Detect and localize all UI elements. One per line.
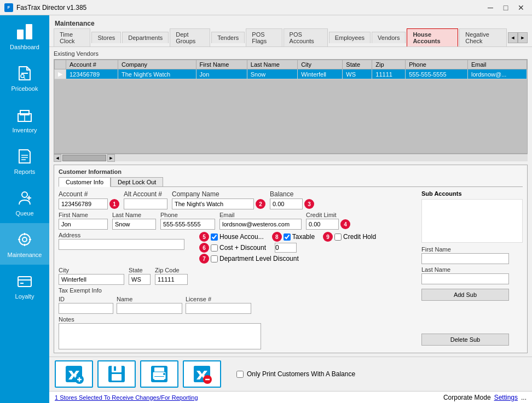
vendor-table-container[interactable]: Account # Company First Name Last Name C… <box>54 59 528 154</box>
tab-nav-right[interactable]: ► <box>518 32 528 43</box>
credit-limit-label: Credit Limit <box>306 212 350 218</box>
tab-negative-check[interactable]: Negative Check <box>459 28 507 46</box>
cost-discount-value-input[interactable] <box>275 243 297 253</box>
scroll-left-btn[interactable]: ◄ <box>54 154 61 162</box>
tax-id-input[interactable] <box>59 303 113 314</box>
tab-nav: ◄ ► <box>508 32 528 43</box>
tab-time-clock[interactable]: Time Clock <box>54 28 90 46</box>
add-icon <box>64 364 84 384</box>
tab-employees[interactable]: Employees <box>329 32 371 43</box>
sub-accounts-title: Sub Accounts <box>421 190 523 197</box>
tab-dept-groups[interactable]: Dept Groups <box>170 28 210 46</box>
company-name-group: Company Name 2 <box>172 190 265 209</box>
taxable-label: Taxable <box>292 233 315 241</box>
sub-tabs: Customer Info Dept Lock Out <box>59 177 523 187</box>
credit-limit-input[interactable] <box>306 219 339 230</box>
sidebar-item-dashboard[interactable]: Dashboard <box>0 15 49 57</box>
settings-link[interactable]: Settings <box>494 394 518 401</box>
balance-input[interactable] <box>270 198 303 209</box>
delete-button[interactable] <box>183 360 221 388</box>
tab-stores[interactable]: Stores <box>91 32 121 43</box>
house-account-label: House Accou... <box>219 233 264 241</box>
svg-point-36 <box>163 373 165 375</box>
svg-rect-28 <box>112 366 122 372</box>
license-num-input[interactable] <box>186 303 251 314</box>
sidebar-item-inventory[interactable]: Inventory <box>0 98 49 140</box>
sub-tab-dept-lock-out[interactable]: Dept Lock Out <box>111 177 163 186</box>
zip-code-input[interactable] <box>155 274 188 285</box>
sidebar-label-maintenance: Maintenance <box>8 252 42 258</box>
form-row-1: Account # 1 Alt Account # <box>59 190 417 209</box>
badge-2: 2 <box>256 199 265 209</box>
city-group: City <box>59 267 124 285</box>
svg-rect-1 <box>26 24 32 39</box>
credit-hold-checkbox[interactable] <box>334 233 342 241</box>
form-area: Account # 1 Alt Account # <box>59 190 523 349</box>
company-name-input[interactable] <box>172 198 254 209</box>
dept-level-discount-checkbox[interactable] <box>211 255 218 262</box>
phone-input[interactable] <box>160 219 215 230</box>
badge-1: 1 <box>109 199 119 209</box>
sidebar-item-queue[interactable]: Queue <box>0 182 49 223</box>
sub-tab-customer-info[interactable]: Customer Info <box>59 177 111 187</box>
close-button[interactable]: ✕ <box>514 3 528 13</box>
stores-link[interactable]: 1 Stores Selected To Receive Changes/For… <box>55 394 198 401</box>
tab-pos-accounts[interactable]: POS Accounts <box>284 28 328 46</box>
tab-vendors[interactable]: Vendors <box>372 32 406 43</box>
balance-group: Balance 3 <box>270 190 314 209</box>
tax-exempt-section: Tax Exempt Info ID Name <box>59 287 417 314</box>
bottom-bar: Only Print Customers With A Balance <box>49 357 532 391</box>
minimize-button[interactable]: ─ <box>484 3 497 13</box>
sub-last-name-input[interactable] <box>421 273 509 284</box>
license-num-label: License # <box>186 296 251 302</box>
scrollbar-thumb[interactable] <box>62 155 106 161</box>
scroll-right-btn[interactable]: ► <box>107 154 115 162</box>
svg-point-15 <box>22 237 27 242</box>
tab-departments[interactable]: Departments <box>122 32 169 43</box>
address-input[interactable] <box>59 239 184 250</box>
state-input[interactable] <box>129 274 151 285</box>
notes-label: Notes <box>59 316 417 323</box>
first-name-group: First Name <box>59 212 108 230</box>
print-button[interactable] <box>140 360 178 388</box>
sidebar-item-loyalty[interactable]: Loyalty <box>0 265 49 306</box>
sidebar-item-maintenance[interactable]: Maintenance <box>0 223 49 265</box>
add-button[interactable] <box>55 360 93 388</box>
tax-name-input[interactable] <box>117 303 182 314</box>
corporate-mode-label: Corporate Mode <box>443 394 491 401</box>
pricebook-icon <box>15 63 34 83</box>
tab-nav-left[interactable]: ◄ <box>508 32 518 43</box>
save-button[interactable] <box>97 360 136 388</box>
tab-house-accounts[interactable]: House Accounts <box>407 28 458 46</box>
sidebar-item-reports[interactable]: Reports <box>0 140 49 182</box>
only-print-with-balance-checkbox[interactable] <box>236 371 244 378</box>
tab-pos-flags[interactable]: POS Flags <box>246 28 282 46</box>
notes-textarea[interactable] <box>59 323 261 349</box>
add-sub-button[interactable]: Add Sub <box>421 289 509 301</box>
sidebar-label-queue: Queue <box>15 210 33 217</box>
email-input[interactable] <box>219 219 302 230</box>
tab-tenders[interactable]: Tenders <box>211 32 245 43</box>
delete-sub-button[interactable]: Delete Sub <box>421 334 509 346</box>
checkboxes-area: 5 House Accou... 8 Taxable <box>198 232 376 265</box>
balance-label: Balance <box>270 190 314 198</box>
account-num-input[interactable] <box>59 198 108 209</box>
cost-discount-checkbox[interactable] <box>211 244 218 252</box>
first-name-label: First Name <box>59 212 108 218</box>
table-row[interactable]: ▶ 123456789 The Night's Watch Jon Snow W… <box>55 69 527 79</box>
table-scrollbar[interactable]: ◄ ► <box>54 154 528 161</box>
address-label: Address <box>59 232 184 238</box>
dept-level-discount-checkbox-group: 7 Department Level Discount <box>198 254 299 264</box>
col-first-name: First Name <box>196 60 247 69</box>
maximize-button[interactable]: □ <box>499 3 512 13</box>
last-name-input[interactable] <box>112 219 156 230</box>
city-input[interactable] <box>59 274 124 285</box>
sidebar-item-pricebook[interactable]: Pricebook <box>0 57 49 98</box>
first-name-input[interactable] <box>59 219 108 230</box>
house-account-checkbox[interactable] <box>211 233 218 241</box>
print-check-area: Only Print Customers With A Balance <box>236 370 355 378</box>
taxable-checkbox[interactable] <box>284 233 291 241</box>
sub-first-name-input[interactable] <box>421 253 509 264</box>
badge-8: 8 <box>272 232 282 242</box>
alt-account-num-input[interactable] <box>124 198 167 209</box>
